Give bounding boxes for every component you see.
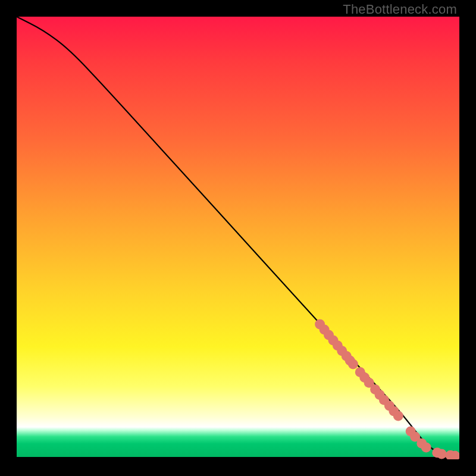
chart-frame bbox=[17, 17, 459, 459]
chart-background-gradient bbox=[17, 17, 459, 457]
attribution-text: TheBottleneck.com bbox=[343, 2, 457, 17]
